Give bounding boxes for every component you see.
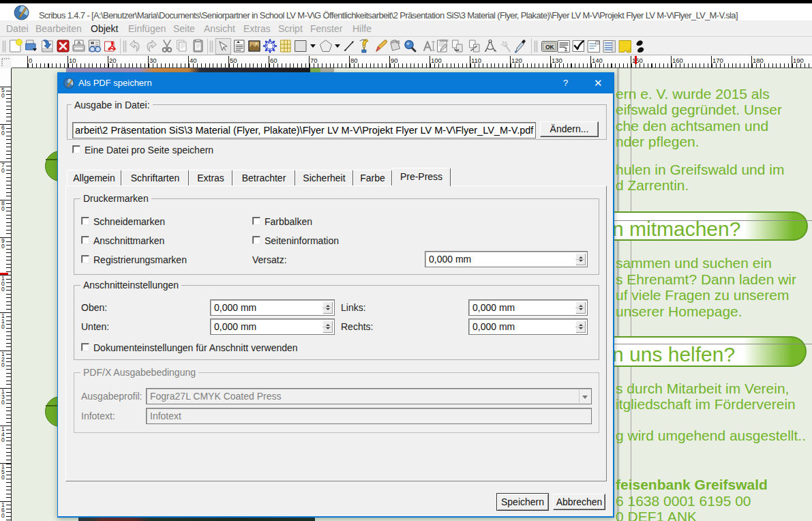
svg-text:OK: OK — [545, 44, 555, 50]
